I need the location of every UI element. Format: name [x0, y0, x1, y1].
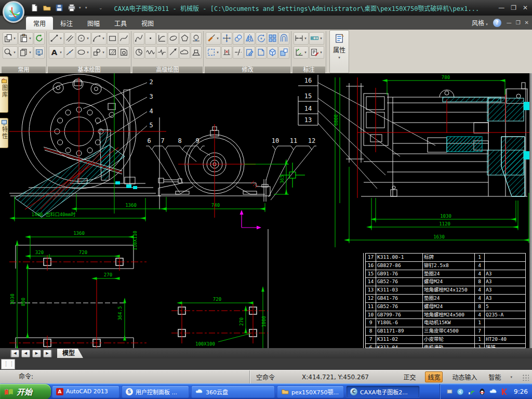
spline-button[interactable]	[118, 32, 129, 45]
qat-dropdown-caret[interactable]: ▾	[79, 6, 83, 10]
ellipse-tilted-button[interactable]	[168, 32, 179, 45]
tab-dimension[interactable]: 标注	[53, 17, 80, 30]
section-profile-button[interactable]	[191, 46, 202, 59]
display-button[interactable]	[34, 46, 45, 59]
app-logo[interactable]	[3, 1, 24, 23]
mirror-button[interactable]	[244, 32, 255, 45]
properties-panel-button[interactable]: 属性 ▾	[329, 30, 349, 73]
point-button[interactable]	[145, 32, 156, 45]
qq-icon[interactable]	[478, 388, 486, 396]
safely-remove-icon[interactable]	[445, 388, 454, 396]
taskbar-item-caxa[interactable]: C CAXA电子图板2...	[346, 385, 420, 398]
drawing-canvas[interactable]: 2 3 4 5 1360 740 1480 出料口40mm时	[0, 73, 532, 348]
stamp-button[interactable]	[118, 46, 129, 59]
line-button[interactable]: ▾	[49, 32, 64, 45]
zoom-button[interactable]: ▾	[3, 46, 18, 59]
dimension-button[interactable]: ▾	[294, 32, 309, 45]
qat-dropdown-caret2[interactable]: ▾	[85, 6, 89, 10]
pie-button[interactable]	[134, 46, 144, 59]
taskbar-item-autocad[interactable]: A AutoCAD 2013	[52, 385, 119, 398]
taskbar-item-pex-folder[interactable]: pex150X750颚...	[277, 385, 344, 398]
qat-customize-icon[interactable]: ⌄	[99, 5, 103, 10]
command-history-handle[interactable]: ⋮⋮	[1, 359, 15, 369]
minimize-button[interactable]: —	[498, 4, 504, 11]
help-icon[interactable]: ?	[493, 19, 501, 27]
toggle-dropdown-caret[interactable]: ▾	[510, 375, 512, 379]
ellipse-button[interactable]: ▾	[76, 46, 91, 59]
doc-minimize-button[interactable]: —	[507, 20, 512, 25]
circle-button[interactable]: ▾	[76, 32, 91, 45]
join-button[interactable]	[278, 46, 289, 59]
command-prompt[interactable]: 命令:	[0, 370, 250, 383]
arc-button[interactable]: ▾	[91, 32, 107, 45]
coordinate-dim-button[interactable]: ▾	[294, 46, 309, 59]
doc-restore-button[interactable]: ❐	[516, 20, 521, 25]
offset-button[interactable]	[278, 32, 289, 45]
style-button[interactable]: 风格▾	[472, 18, 488, 27]
pages-button[interactable]: ▾	[18, 46, 33, 59]
edit-block-button[interactable]	[244, 46, 255, 59]
circle-tangent-button[interactable]	[191, 32, 202, 45]
toggle-smart[interactable]: 智能	[486, 372, 503, 382]
hatch-button[interactable]	[107, 46, 118, 59]
print-icon[interactable]	[66, 3, 77, 12]
select-button[interactable]: ▾	[206, 46, 221, 59]
next-sheet-button[interactable]: ▶	[32, 350, 41, 357]
tab-sheet[interactable]: 图幅	[80, 17, 107, 30]
rectangle-button[interactable]	[107, 32, 118, 45]
tab-tools[interactable]: 工具	[107, 17, 134, 30]
wave-button[interactable]	[145, 46, 156, 59]
model-tab[interactable]: 模型	[57, 349, 83, 358]
copy-object-button[interactable]	[233, 32, 244, 45]
function-curve-button[interactable]	[156, 32, 167, 45]
rotate-button[interactable]	[256, 32, 267, 45]
cloud-drive-icon[interactable]	[489, 388, 497, 396]
taskbar-item-cloud-drive[interactable]: 360云盘	[191, 385, 275, 398]
arrow-button[interactable]	[168, 46, 179, 59]
save-icon[interactable]	[54, 3, 64, 12]
copy-button[interactable]: ▾	[3, 32, 18, 45]
taskbar-item-user-panel[interactable]: S 用户控制面板 ...	[122, 385, 189, 398]
sidebar-tab-properties[interactable]: 特性	[0, 118, 8, 148]
resize-grip[interactable]	[522, 374, 529, 381]
text-button[interactable]: ▾	[49, 46, 64, 59]
hide-icons-chevron[interactable]	[456, 388, 464, 396]
revision-cloud-button[interactable]	[179, 46, 190, 59]
trim-button[interactable]	[221, 46, 232, 59]
tolerance-button[interactable]: ▾	[309, 32, 324, 45]
tab-view[interactable]: 视图	[134, 17, 161, 30]
network-signal-icon[interactable]	[467, 388, 475, 396]
toggle-ortho[interactable]: 正交	[401, 372, 418, 382]
format-brush-button[interactable]: ▾	[206, 32, 221, 45]
refresh-button[interactable]	[34, 32, 45, 45]
maximize-button[interactable]: ❐	[511, 4, 516, 11]
move-button[interactable]	[221, 32, 232, 45]
prev-sheet-button[interactable]: ◀	[21, 350, 30, 357]
start-button[interactable]: 开始	[0, 384, 51, 399]
close-button[interactable]: ✕	[523, 4, 528, 11]
polyline-button[interactable]	[134, 32, 144, 45]
first-sheet-button[interactable]: ◀	[10, 350, 19, 357]
vertical-scrollbar[interactable]	[529, 73, 532, 348]
media-k-icon[interactable]	[500, 388, 508, 396]
paste-button[interactable]: ▾	[18, 32, 33, 45]
toggle-dynamic-input[interactable]: 动态输入	[450, 372, 479, 382]
tab-common[interactable]: 常用	[26, 17, 53, 30]
array-button[interactable]	[267, 32, 278, 45]
clock[interactable]: 9:26	[514, 388, 528, 395]
sidebar-tab-library[interactable]: 图库	[0, 76, 8, 113]
break-line-button[interactable]	[156, 46, 167, 59]
block-button[interactable]: ▾	[91, 46, 107, 59]
open-file-icon[interactable]	[42, 3, 52, 12]
annotation-button[interactable]: ▾	[309, 46, 324, 59]
view-3d-button[interactable]	[267, 46, 278, 59]
clip-button[interactable]	[256, 46, 267, 59]
bom-table[interactable]: 17 K311.00-1 标牌 1 16 GB827-86 铆钉2.5x8 4 …	[365, 253, 526, 348]
point-line-button[interactable]	[64, 46, 75, 59]
parallel-button[interactable]	[64, 32, 75, 45]
toggle-lineweight[interactable]: 线宽	[425, 371, 443, 382]
last-sheet-button[interactable]: ▶	[43, 350, 52, 357]
extend-button[interactable]	[233, 46, 244, 59]
doc-close-button[interactable]: ✕	[525, 20, 529, 25]
new-document-icon[interactable]	[29, 3, 39, 12]
